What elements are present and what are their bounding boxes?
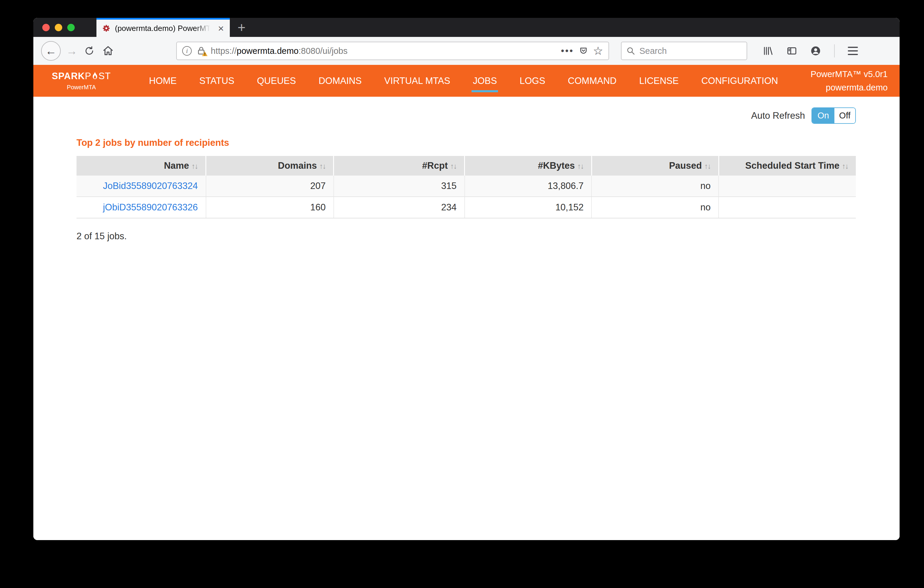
brand-tail: ST (99, 71, 111, 82)
sidebar-icon[interactable] (787, 46, 797, 56)
account-icon[interactable] (810, 46, 821, 56)
job-link[interactable]: JoBid35589020763324 (103, 181, 198, 191)
brand-mid: P (85, 71, 91, 82)
zoom-window-button[interactable] (67, 24, 75, 31)
sort-icon[interactable]: ↑↓ (319, 162, 325, 170)
forward-button[interactable]: → (66, 44, 78, 58)
instance-host: powermta.demo (810, 81, 888, 94)
job-name-cell: jObiD35589020763326 (76, 197, 206, 218)
nav-item-jobs[interactable]: JOBS (473, 76, 497, 86)
nav-item-domains[interactable]: DOMAINS (318, 76, 362, 86)
sort-icon[interactable]: ↑↓ (191, 162, 198, 170)
url-host: powermta.demo (237, 46, 299, 56)
browser-window: (powermta.demo) PowerMTA Web × + ← → i (33, 18, 899, 540)
table-row: jObiD35589020763326 160 234 10,152 no (76, 197, 856, 218)
url-scheme: https:// (211, 46, 237, 56)
jobs-table: Name↑↓ Domains↑↓ #Rcpt↑↓ #KBytes↑↓ Pause… (76, 156, 856, 218)
job-paused-cell: no (591, 197, 719, 218)
nav-item-command[interactable]: COMMAND (568, 76, 617, 86)
job-scheduled-cell (719, 176, 856, 197)
job-domains-cell: 207 (206, 176, 334, 197)
job-link[interactable]: jObiD35589020763326 (103, 202, 198, 212)
auto-refresh-off-button[interactable]: Off (834, 108, 855, 123)
page-info-icon[interactable]: i (182, 46, 192, 56)
bookmark-star-icon[interactable]: ☆ (593, 44, 603, 58)
table-row: JoBid35589020763324 207 315 13,806.7 no (76, 176, 856, 197)
toolbar-divider (834, 44, 835, 58)
new-tab-button[interactable]: + (230, 18, 253, 37)
page-content: Auto Refresh On Off Top 2 jobs by number… (33, 97, 899, 540)
auto-refresh-label: Auto Refresh (751, 110, 805, 121)
menu-icon[interactable] (848, 47, 858, 55)
sort-icon[interactable]: ↑↓ (842, 162, 848, 170)
window-controls (33, 18, 96, 37)
active-tab[interactable]: (powermta.demo) PowerMTA Web × (96, 18, 230, 37)
jobs-count-text: 2 of 15 jobs. (76, 231, 856, 242)
column-header-kbytes[interactable]: #KBytes↑↓ (465, 156, 592, 176)
nav-item-home[interactable]: HOME (149, 76, 177, 86)
powermta-favicon-icon (102, 24, 111, 33)
job-paused-cell: no (591, 176, 719, 197)
sparkpost-logo[interactable]: SPARKP ST PowerMTA (52, 71, 111, 91)
page-title: Top 2 jobs by number of recipients (76, 137, 856, 148)
nav-item-logs[interactable]: LOGS (520, 76, 545, 86)
job-kbytes-cell: 10,152 (465, 197, 592, 218)
library-icon[interactable] (763, 46, 773, 56)
minimize-window-button[interactable] (55, 24, 62, 31)
tab-bar: (powermta.demo) PowerMTA Web × + (33, 18, 899, 37)
job-scheduled-cell (719, 197, 856, 218)
insecure-lock-icon[interactable] (196, 46, 206, 56)
nav-item-configuration[interactable]: CONFIGURATION (701, 76, 778, 86)
job-domains-cell: 160 (206, 197, 334, 218)
job-rcpt-cell: 315 (334, 176, 465, 197)
column-header-name[interactable]: Name↑↓ (76, 156, 206, 176)
nav-item-virtual-mtas[interactable]: VIRTUAL MTAS (384, 76, 450, 86)
brand-subtitle: PowerMTA (52, 84, 111, 91)
url-path: :8080/ui/jobs (299, 46, 347, 56)
column-header-rcpt[interactable]: #Rcpt↑↓ (334, 156, 465, 176)
search-bar[interactable] (621, 42, 747, 60)
nav-item-status[interactable]: STATUS (200, 76, 234, 86)
product-version: PowerMTA™ v5.0r1 (810, 68, 888, 81)
close-window-button[interactable] (42, 24, 50, 31)
toolbar-right-icons (763, 44, 858, 58)
auto-refresh-toggle: On Off (812, 107, 856, 124)
instance-info: PowerMTA™ v5.0r1 powermta.demo (810, 68, 888, 94)
nav-item-license[interactable]: LICENSE (639, 76, 679, 86)
sort-icon[interactable]: ↑↓ (704, 162, 711, 170)
search-icon (626, 46, 635, 55)
sort-icon[interactable]: ↑↓ (450, 162, 456, 170)
job-rcpt-cell: 234 (334, 197, 465, 218)
table-header-row: Name↑↓ Domains↑↓ #Rcpt↑↓ #KBytes↑↓ Pause… (76, 156, 856, 176)
job-name-cell: JoBid35589020763324 (76, 176, 206, 197)
url-bar[interactable]: i https://powermta.demo:8080/ui/jobs ••• (176, 42, 609, 60)
column-header-scheduled-start-time[interactable]: Scheduled Start Time↑↓ (719, 156, 856, 176)
auto-refresh-on-button[interactable]: On (812, 108, 834, 123)
tab-close-icon[interactable]: × (217, 23, 224, 33)
tab-title: (powermta.demo) PowerMTA Web (115, 24, 213, 33)
column-header-paused[interactable]: Paused↑↓ (591, 156, 719, 176)
app-navbar: SPARKP ST PowerMTA HOME STATUS QUEUES DO… (33, 65, 899, 97)
pocket-icon[interactable] (579, 46, 588, 56)
nav-menu: HOME STATUS QUEUES DOMAINS VIRTUAL MTAS … (149, 76, 778, 86)
nav-item-queues[interactable]: QUEUES (257, 76, 296, 86)
reload-button[interactable] (84, 46, 95, 56)
home-button[interactable] (102, 45, 114, 56)
column-header-domains[interactable]: Domains↑↓ (206, 156, 334, 176)
job-kbytes-cell: 13,806.7 (465, 176, 592, 197)
url-text[interactable]: https://powermta.demo:8080/ui/jobs (211, 46, 347, 56)
brand-bold: SPARK (52, 71, 85, 82)
back-button[interactable]: ← (41, 41, 61, 61)
page-actions-icon[interactable]: ••• (561, 46, 574, 56)
flame-icon (92, 72, 98, 81)
browser-toolbar: ← → i (33, 37, 899, 65)
search-input[interactable] (639, 46, 729, 56)
sort-icon[interactable]: ↑↓ (577, 162, 584, 170)
